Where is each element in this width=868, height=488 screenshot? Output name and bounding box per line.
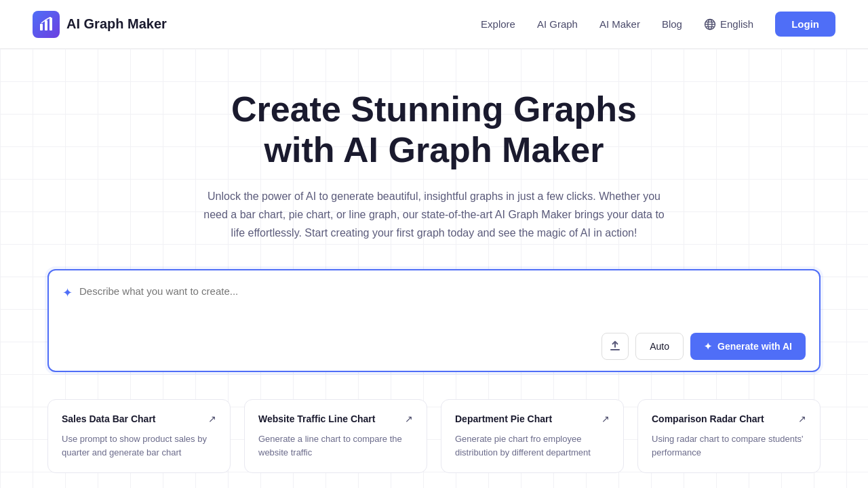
card-description: Using radar chart to compare students' p… — [652, 432, 806, 459]
card-description: Generate a line chart to compare the web… — [258, 432, 413, 459]
card-comparison-radar[interactable]: Comparison Radar Chart ↗ Using radar cha… — [637, 399, 821, 473]
navbar: AI Graph Maker Explore AI Graph AI Maker… — [0, 0, 868, 49]
nav-blog[interactable]: Blog — [662, 18, 682, 30]
prompt-input-area: ✦ — [62, 284, 806, 325]
prompt-box: ✦ Auto ✦ Generate with AI — [47, 269, 821, 372]
prompt-actions: Auto ✦ Generate with AI — [62, 333, 806, 360]
generate-button[interactable]: ✦ Generate with AI — [690, 333, 806, 360]
external-link-icon: ↗ — [601, 413, 610, 424]
login-button[interactable]: Login — [775, 12, 835, 37]
hero-section: Create Stunning Graphs with AI Graph Mak… — [0, 49, 868, 488]
example-cards: Sales Data Bar Chart ↗ Use prompt to sho… — [47, 399, 821, 487]
sparkle-icon: ✦ — [62, 285, 73, 300]
card-sales-bar[interactable]: Sales Data Bar Chart ↗ Use prompt to sho… — [47, 399, 231, 473]
card-description: Use prompt to show product sales by quar… — [62, 432, 216, 459]
external-link-icon: ↗ — [798, 413, 806, 424]
auto-button[interactable]: Auto — [635, 333, 684, 360]
card-title: Sales Data Bar Chart — [62, 413, 156, 424]
language-label: English — [720, 18, 753, 30]
nav-ai-graph[interactable]: AI Graph — [537, 18, 578, 30]
svg-rect-1 — [45, 20, 47, 30]
logo[interactable]: AI Graph Maker — [33, 11, 167, 38]
card-header: Website Traffic Line Chart ↗ — [258, 413, 413, 424]
nav-links: Explore AI Graph AI Maker Blog English L… — [481, 12, 835, 37]
generate-sparkle-icon: ✦ — [704, 341, 712, 352]
card-title: Website Traffic Line Chart — [258, 413, 375, 424]
svg-rect-2 — [50, 18, 52, 30]
hero-subtitle: Unlock the power of AI to generate beaut… — [203, 187, 665, 243]
card-header: Sales Data Bar Chart ↗ — [62, 413, 216, 424]
logo-icon — [33, 11, 60, 38]
card-website-line[interactable]: Website Traffic Line Chart ↗ Generate a … — [244, 399, 427, 473]
card-description: Generate pie chart fro employee distribu… — [455, 432, 610, 459]
globe-icon — [704, 18, 716, 30]
card-header: Department Pie Chart ↗ — [455, 413, 610, 424]
external-link-icon: ↗ — [208, 413, 216, 424]
card-header: Comparison Radar Chart ↗ — [652, 413, 806, 424]
card-title: Comparison Radar Chart — [652, 413, 764, 424]
upload-button[interactable] — [601, 333, 629, 360]
svg-rect-0 — [40, 24, 43, 30]
card-department-pie[interactable]: Department Pie Chart ↗ Generate pie char… — [441, 399, 624, 473]
nav-explore[interactable]: Explore — [481, 18, 515, 30]
external-link-icon: ↗ — [405, 413, 413, 424]
card-title: Department Pie Chart — [455, 413, 552, 424]
svg-rect-8 — [610, 349, 620, 350]
logo-label: AI Graph Maker — [66, 16, 167, 32]
generate-label: Generate with AI — [717, 341, 792, 352]
hero-title: Create Stunning Graphs with AI Graph Mak… — [203, 89, 665, 171]
upload-icon — [609, 340, 621, 352]
nav-ai-maker[interactable]: AI Maker — [599, 18, 640, 30]
prompt-input[interactable] — [79, 284, 806, 314]
hero-content: Create Stunning Graphs with AI Graph Mak… — [203, 89, 665, 269]
language-selector[interactable]: English — [704, 18, 753, 30]
